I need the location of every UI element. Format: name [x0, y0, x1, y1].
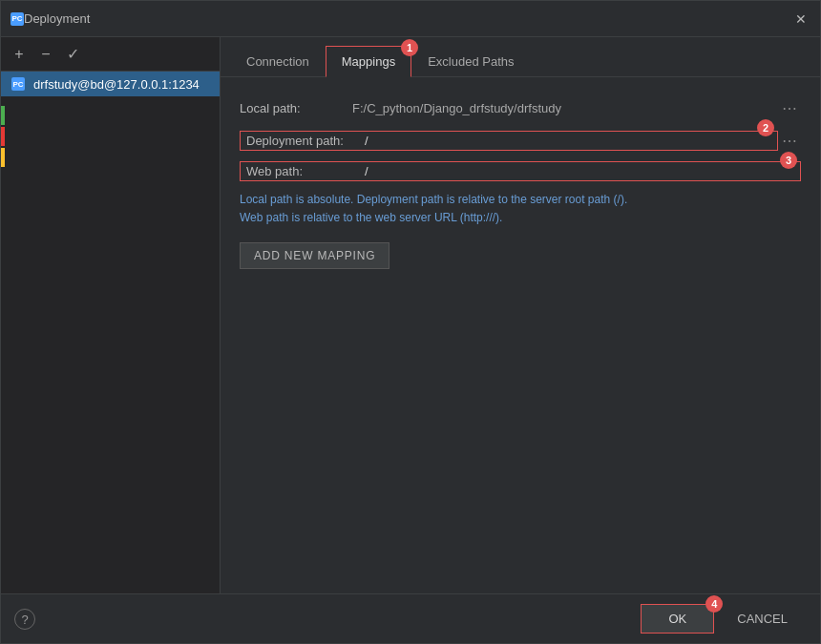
- add-server-button[interactable]: +: [9, 44, 30, 65]
- local-path-browse-button[interactable]: ⋯: [778, 96, 801, 119]
- cancel-button[interactable]: CANCEL: [724, 605, 801, 633]
- web-path-badge: 3: [780, 152, 797, 169]
- web-path-input[interactable]: [365, 164, 794, 178]
- help-area: ?: [14, 609, 35, 630]
- deployment-path-label: Deployment path:: [246, 134, 361, 148]
- hint-line2: Web path is relative to the web server U…: [240, 209, 801, 227]
- sidebar-toolbar: + − ✓: [1, 37, 220, 72]
- ok-badge: 4: [705, 595, 723, 613]
- tab-connection[interactable]: Connection: [230, 46, 326, 77]
- deployment-path-input-wrapper[interactable]: Deployment path:: [240, 131, 778, 151]
- tab-bar: Connection Mappings 1 Excluded Paths: [221, 37, 820, 77]
- deployment-dialog: PC Deployment ✕ + − ✓ PC drfstudy@bd@127…: [0, 0, 821, 644]
- remove-server-button[interactable]: −: [35, 44, 56, 65]
- status-strip-yellow: [1, 148, 5, 167]
- form-content: Local path: F:/C_python/Django_drfstudy/…: [221, 77, 820, 593]
- local-path-row: Local path: F:/C_python/Django_drfstudy/…: [240, 96, 801, 119]
- deployment-badge: 2: [757, 119, 774, 136]
- status-strip-green: [1, 106, 5, 125]
- tab-mappings[interactable]: Mappings 1: [326, 46, 411, 77]
- dialog-icon: PC: [11, 12, 24, 26]
- web-path-input-wrapper[interactable]: Web path:: [240, 161, 801, 181]
- main-content: Connection Mappings 1 Excluded Paths Loc…: [221, 37, 820, 593]
- status-strip-red: [1, 127, 5, 146]
- server-pc-icon: PC: [11, 76, 26, 92]
- deployment-path-row: Deployment path: ⋯ 2: [240, 129, 801, 152]
- dialog-title: Deployment: [24, 11, 791, 26]
- close-button[interactable]: ✕: [791, 10, 810, 29]
- dialog-body: + − ✓ PC drfstudy@bd@127.0.0.1:1234: [1, 37, 820, 593]
- help-button[interactable]: ?: [14, 609, 35, 630]
- local-path-value: F:/C_python/Django_drfstudy/drfstudy: [352, 101, 770, 115]
- local-path-label: Local path:: [240, 101, 345, 115]
- deployment-path-browse-button[interactable]: ⋯: [778, 129, 801, 152]
- deployment-path-input[interactable]: [365, 134, 771, 148]
- sidebar: + − ✓ PC drfstudy@bd@127.0.0.1:1234: [1, 37, 221, 593]
- sidebar-item-server[interactable]: PC drfstudy@bd@127.0.0.1:1234: [1, 72, 220, 96]
- web-path-label: Web path:: [246, 164, 361, 178]
- confirm-button[interactable]: ✓: [62, 44, 83, 65]
- web-path-row: Web path: 3: [240, 161, 801, 181]
- hint-text: Local path is absolute. Deployment path …: [240, 191, 801, 227]
- add-mapping-button[interactable]: ADD NEW MAPPING: [240, 242, 389, 269]
- title-bar: PC Deployment ✕: [1, 1, 820, 37]
- tab-excluded-paths[interactable]: Excluded Paths: [411, 46, 530, 77]
- ok-button[interactable]: OK 4: [641, 604, 714, 634]
- dialog-footer: ? OK 4 CANCEL: [1, 593, 820, 643]
- sidebar-item-label: drfstudy@bd@127.0.0.1:1234: [33, 77, 200, 92]
- hint-line1: Local path is absolute. Deployment path …: [240, 191, 801, 209]
